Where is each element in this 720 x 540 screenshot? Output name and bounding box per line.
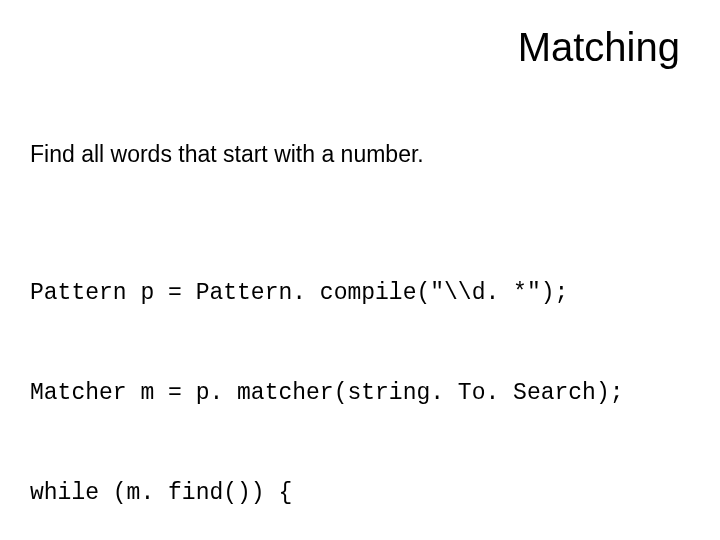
- code-line-2: Matcher m = p. matcher(string. To. Searc…: [30, 377, 690, 410]
- slide-title: Matching: [30, 25, 690, 70]
- code-line-3: while (m. find()) {: [30, 477, 690, 510]
- code-block: Pattern p = Pattern. compile("\\d. *"); …: [30, 210, 690, 540]
- slide-description: Find all words that start with a number.: [30, 140, 690, 170]
- code-line-1: Pattern p = Pattern. compile("\\d. *");: [30, 277, 690, 310]
- slide-container: Matching Find all words that start with …: [0, 0, 720, 540]
